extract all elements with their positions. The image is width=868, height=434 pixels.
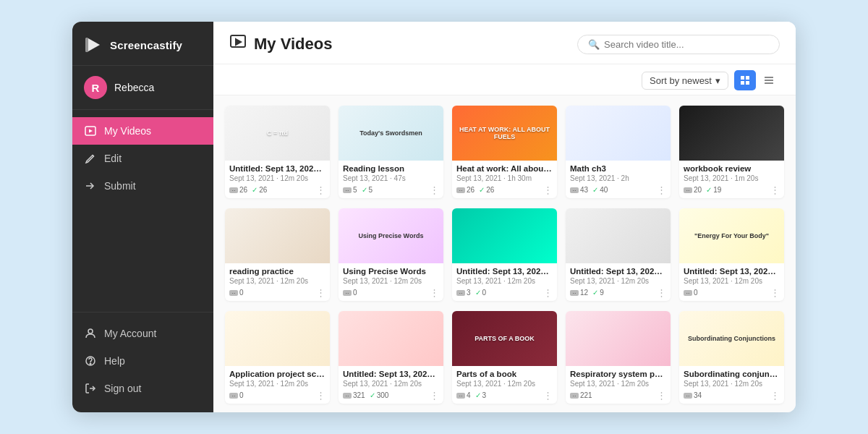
video-title: Untitled: Sept 13, 2021 9:3... <box>570 267 666 276</box>
video-thumbnail: PARTS OF A BOOK <box>452 311 557 366</box>
sort-dropdown[interactable]: Sort by newest ▾ <box>642 72 728 90</box>
video-info: Math ch3 Sept 13, 2021 · 2h ·· 43 ✓ 40 ⋮ <box>566 161 671 198</box>
account-icon <box>84 327 97 340</box>
svg-rect-13 <box>741 81 744 85</box>
help-icon <box>84 354 97 367</box>
video-title: Heat at work: All about fuels <box>456 164 553 173</box>
video-stats: ·· 0 ⋮ <box>684 287 780 298</box>
sign-out-item[interactable]: Sign out <box>72 375 213 402</box>
grid-view-button[interactable] <box>734 70 756 90</box>
help-label: Help <box>104 355 125 367</box>
video-card[interactable]: HEAT AT WORK: ALL ABOUT FUELS Heat at wo… <box>452 106 557 198</box>
more-options-button[interactable]: ⋮ <box>430 184 439 195</box>
toolbar-row: Sort by newest ▾ <box>213 64 796 95</box>
video-meta: Sept 13, 2021 · 12m 20s <box>570 380 666 388</box>
more-options-button[interactable]: ⋮ <box>657 390 666 401</box>
videos-grid-container: C = πd Untitled: Sept 13, 2021 9:3... Se… <box>213 95 796 412</box>
sidebar-item-edit-label: Edit <box>104 153 122 164</box>
video-stats: ·· 4 ✓ 3 ⋮ <box>456 390 553 401</box>
more-options-button[interactable]: ⋮ <box>770 287 780 298</box>
video-card[interactable]: Subordinating Conjunctions Subordinating… <box>679 311 784 404</box>
video-title: Untitled: Sept 13, 2021 9:3... <box>684 267 780 276</box>
sidebar-item-my-videos[interactable]: My Videos <box>72 117 213 145</box>
more-options-button[interactable]: ⋮ <box>316 184 326 195</box>
my-account-item[interactable]: My Account <box>72 320 213 347</box>
video-info: reading practice Sept 13, 2021 · 12m 20s… <box>225 263 330 301</box>
video-thumbnail: Today's Swordsmen <box>339 106 443 161</box>
video-info: Untitled: Sept 13, 2021 9:3... Sept 13, … <box>225 161 330 198</box>
video-meta: Sept 13, 2021 · 12m 20s <box>684 277 780 285</box>
video-card[interactable]: Untitled: Sept 13, 2021 9:3... Sept 13, … <box>452 208 557 301</box>
video-stats: ·· 221 ⋮ <box>570 390 666 401</box>
video-thumbnail: HEAT AT WORK: ALL ABOUT FUELS <box>452 106 557 161</box>
search-box[interactable]: 🔍 <box>577 35 780 54</box>
video-thumbnail: "Energy For Your Body" <box>679 208 784 263</box>
video-title: Parts of a book <box>456 370 553 378</box>
video-info: Untitled: Sept 13, 2021 9:3... Sept 13, … <box>339 366 443 404</box>
sidebar-item-submit[interactable]: Submit <box>72 172 213 200</box>
video-meta: Sept 13, 2021 · 12m 20s <box>229 174 326 182</box>
video-title: Math ch3 <box>570 164 666 173</box>
video-meta: Sept 13, 2021 · 47s <box>343 174 439 182</box>
video-meta: Sept 13, 2021 · 12m 20s <box>343 380 439 388</box>
video-title: Untitled: Sept 13, 2021 9:3... <box>343 370 439 378</box>
list-view-button[interactable] <box>758 70 780 90</box>
video-thumbnail <box>566 208 671 263</box>
video-card[interactable]: C = πd Untitled: Sept 13, 2021 9:3... Se… <box>225 106 330 198</box>
svg-marker-10 <box>236 39 241 45</box>
video-card[interactable]: Application project science Sept 13, 202… <box>225 311 330 404</box>
submit-icon <box>84 179 97 192</box>
video-info: Untitled: Sept 13, 2021 9:3... Sept 13, … <box>566 263 671 301</box>
video-info: Parts of a book Sept 13, 2021 · 12m 20s … <box>452 366 557 404</box>
video-card[interactable]: Untitled: Sept 13, 2021 9:3... Sept 13, … <box>339 311 443 404</box>
video-info: Heat at work: All about fuels Sept 13, 2… <box>452 161 557 198</box>
video-info: Application project science Sept 13, 202… <box>225 366 330 404</box>
svg-marker-0 <box>88 38 100 51</box>
video-card[interactable]: Respiratory system poster... Sept 13, 20… <box>566 311 671 404</box>
more-options-button[interactable]: ⋮ <box>543 390 553 401</box>
svg-rect-14 <box>746 81 749 85</box>
video-card[interactable]: Using Precise Words Using Precise Words … <box>339 208 443 301</box>
video-stats: ·· 12 ✓ 9 ⋮ <box>570 287 666 298</box>
video-card[interactable]: "Energy For Your Body" Untitled: Sept 13… <box>679 208 784 301</box>
video-card[interactable]: workbook review Sept 13, 2021 · 1m 20s ·… <box>679 106 784 198</box>
main-header: My Videos 🔍 <box>213 22 796 64</box>
edit-icon <box>84 152 97 165</box>
more-options-button[interactable]: ⋮ <box>770 390 780 401</box>
video-meta: Sept 13, 2021 · 2h <box>570 174 666 182</box>
video-title: Respiratory system poster... <box>570 370 666 378</box>
video-title: Untitled: Sept 13, 2021 9:3... <box>229 164 326 173</box>
video-title: Using Precise Words <box>343 267 439 276</box>
video-stats: ·· 20 ✓ 19 ⋮ <box>684 184 780 195</box>
more-options-button[interactable]: ⋮ <box>316 390 326 401</box>
video-stats: ·· 321 ✓ 300 ⋮ <box>343 390 439 401</box>
more-options-button[interactable]: ⋮ <box>543 287 553 298</box>
video-meta: Sept 13, 2021 · 12m 20s <box>229 380 326 388</box>
video-thumbnail: C = πd <box>225 106 330 161</box>
video-title: workbook review <box>684 164 780 173</box>
video-thumbnail: Using Precise Words <box>339 208 443 263</box>
video-card[interactable]: Untitled: Sept 13, 2021 9:3... Sept 13, … <box>566 208 671 301</box>
more-options-button[interactable]: ⋮ <box>657 287 666 298</box>
video-card[interactable]: PARTS OF A BOOK Parts of a book Sept 13,… <box>452 311 557 404</box>
more-options-button[interactable]: ⋮ <box>316 287 326 298</box>
screencastify-logo-icon <box>84 35 104 55</box>
svg-rect-16 <box>765 80 773 81</box>
more-options-button[interactable]: ⋮ <box>430 390 439 401</box>
video-card[interactable]: Math ch3 Sept 13, 2021 · 2h ·· 43 ✓ 40 ⋮ <box>566 106 671 198</box>
more-options-button[interactable]: ⋮ <box>657 184 666 195</box>
video-thumbnail <box>225 311 330 366</box>
more-options-button[interactable]: ⋮ <box>430 287 439 298</box>
video-meta: Sept 13, 2021 · 1h 30m <box>456 174 553 182</box>
sidebar-item-edit[interactable]: Edit <box>72 145 213 172</box>
video-card[interactable]: reading practice Sept 13, 2021 · 12m 20s… <box>225 208 330 301</box>
page-title: My Videos <box>254 35 332 54</box>
search-input[interactable] <box>604 39 769 50</box>
video-info: Untitled: Sept 13, 2021 9:3... Sept 13, … <box>679 263 784 301</box>
video-card[interactable]: Today's Swordsmen Reading lesson Sept 13… <box>339 106 443 198</box>
more-options-button[interactable]: ⋮ <box>770 184 780 195</box>
video-info: Subordinating conjunctions Sept 13, 2021… <box>679 366 784 404</box>
help-item[interactable]: Help <box>72 347 213 375</box>
more-options-button[interactable]: ⋮ <box>543 184 553 195</box>
video-thumbnail <box>225 208 330 263</box>
